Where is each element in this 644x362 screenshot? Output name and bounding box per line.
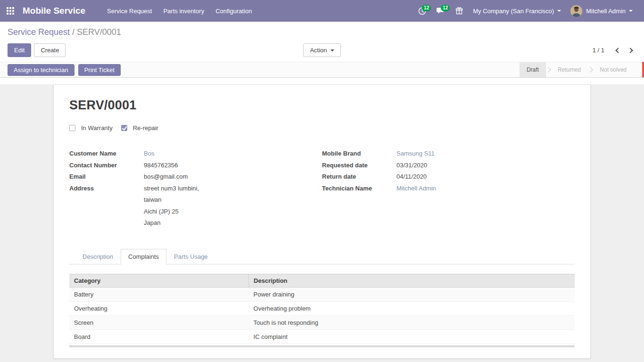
- email-value: bos@gmail.com: [144, 173, 188, 180]
- control-panel: Service Request / SERV/0001 Edit Create …: [0, 22, 644, 62]
- app-brand-title[interactable]: Mobile Service: [23, 6, 85, 16]
- return-date-value: 04/11/2020: [396, 173, 427, 180]
- field-address: Address street num3 lumbini, taiwan Aich…: [69, 185, 322, 226]
- action-dropdown-button[interactable]: Action: [303, 43, 340, 57]
- requested-date-value: 03/31/2020: [396, 162, 427, 169]
- statusbar-buttons: Assign to technician Print Ticket: [8, 64, 520, 76]
- complaints-table-container: Category Description Battery Power drain…: [69, 274, 575, 347]
- field-return-date: Return date 04/11/2020: [322, 173, 575, 180]
- systray: 12 12 My Company (San Franci: [413, 1, 637, 21]
- chevron-down-icon: [629, 10, 633, 12]
- customer-name-label: Customer Name: [69, 150, 144, 157]
- field-group-left: Customer Name Bos Contact Number 9845762…: [69, 150, 322, 231]
- record-title: SERV/0001: [69, 98, 575, 113]
- create-button[interactable]: Create: [34, 43, 66, 57]
- breadcrumb-parent-link[interactable]: Service Request: [8, 27, 70, 37]
- action-label: Action: [310, 47, 327, 54]
- menu-configuration[interactable]: Configuration: [210, 1, 257, 21]
- scrollbar-thumb[interactable]: [642, 62, 644, 77]
- form-view-background: SERV/0001 In Warranty Re-repair Customer…: [0, 84, 644, 362]
- re-repair-checkbox[interactable]: [121, 125, 127, 131]
- user-menu[interactable]: Mitchell Admin: [566, 1, 637, 21]
- breadcrumb-separator: /: [72, 27, 77, 37]
- status-step-not-solved[interactable]: Not solved: [593, 62, 634, 77]
- tab-parts-usage[interactable]: Parts Usage: [166, 249, 215, 264]
- pager-previous-button[interactable]: [612, 45, 624, 56]
- apps-grid-icon: [7, 7, 14, 15]
- messages-button[interactable]: 12: [431, 3, 450, 18]
- status-step-draft[interactable]: Draft: [520, 62, 546, 77]
- activities-button[interactable]: 12: [413, 3, 431, 19]
- field-email: Email bos@gmail.com: [69, 173, 322, 180]
- cell-category[interactable]: Battery: [69, 287, 249, 301]
- cell-category[interactable]: Board: [69, 329, 249, 344]
- cell-category[interactable]: Screen: [69, 315, 249, 329]
- requested-date-label: Requested date: [322, 162, 396, 169]
- cell-category[interactable]: Overheating: [69, 301, 249, 315]
- mobile-brand-value[interactable]: Samsung S11: [396, 150, 435, 157]
- return-date-label: Return date: [322, 173, 396, 180]
- user-avatar: [570, 5, 582, 17]
- menu-parts-inventory[interactable]: Parts inventory: [157, 1, 210, 21]
- tab-description[interactable]: Description: [75, 249, 121, 264]
- field-group-right: Mobile Brand Samsung S11 Requested date …: [322, 150, 575, 231]
- step-separator-icon: [545, 67, 551, 72]
- technician-name-label: Technician Name: [322, 185, 396, 192]
- activity-badge: 12: [422, 5, 431, 11]
- chevron-left-icon: [615, 48, 620, 53]
- main-menu: Service Request Parts inventory Configur…: [101, 1, 257, 21]
- boolean-fields-row: In Warranty Re-repair: [69, 124, 575, 132]
- field-groups: Customer Name Bos Contact Number 9845762…: [69, 150, 575, 231]
- apps-menu-button[interactable]: [0, 0, 21, 22]
- contact-number-label: Contact Number: [69, 162, 144, 169]
- email-label: Email: [69, 173, 144, 180]
- address-line-2: taiwan: [144, 197, 199, 203]
- re-repair-field[interactable]: Re-repair: [121, 124, 158, 132]
- breadcrumb: Service Request / SERV/0001: [8, 27, 636, 37]
- menu-service-request[interactable]: Service Request: [101, 1, 157, 21]
- form-sheet: SERV/0001 In Warranty Re-repair Customer…: [53, 84, 591, 359]
- table-header-row: Category Description: [69, 274, 575, 287]
- notebook-tabs: Description Complaints Parts Usage: [69, 249, 575, 264]
- statusbar: Assign to technician Print Ticket Draft …: [0, 62, 644, 78]
- field-requested-date: Requested date 03/31/2020: [322, 162, 575, 169]
- control-panel-buttons-row: Edit Create Action 1 / 1: [8, 43, 636, 57]
- column-header-category[interactable]: Category: [69, 274, 249, 287]
- cell-description[interactable]: Touch is not responding: [249, 315, 575, 329]
- address-line-3: Aichi (JP) 25: [144, 208, 199, 215]
- table-row-screen[interactable]: Screen Touch is not responding: [69, 315, 575, 329]
- re-repair-label: Re-repair: [133, 124, 158, 132]
- breadcrumb-current: SERV/0001: [77, 27, 121, 37]
- edit-button[interactable]: Edit: [8, 43, 31, 57]
- address-value: street num3 lumbini, taiwan Aichi (JP) 2…: [144, 185, 199, 226]
- tab-complaints[interactable]: Complaints: [121, 249, 166, 264]
- gift-button[interactable]: [450, 3, 468, 18]
- table-row-board[interactable]: Board IC complaint: [69, 329, 575, 344]
- top-navbar: Mobile Service Service Request Parts inv…: [0, 0, 644, 22]
- cell-description[interactable]: IC complaint: [249, 329, 575, 344]
- technician-name-value[interactable]: Mitchell Admin: [396, 185, 436, 192]
- column-header-description[interactable]: Description: [249, 274, 575, 287]
- field-mobile-brand: Mobile Brand Samsung S11: [322, 150, 575, 157]
- in-warranty-field[interactable]: In Warranty: [69, 124, 113, 132]
- field-technician-name: Technician Name Mitchell Admin: [322, 185, 575, 192]
- pager-counter: 1 / 1: [593, 47, 604, 54]
- table-row-battery[interactable]: Battery Power draining: [69, 287, 575, 301]
- address-line-1: street num3 lumbini,: [144, 185, 199, 192]
- cell-description[interactable]: Power draining: [249, 287, 575, 301]
- status-pipeline: Draft Returned Not solved: [520, 62, 634, 77]
- address-line-4: Japan: [144, 220, 199, 226]
- print-ticket-button[interactable]: Print Ticket: [78, 64, 121, 76]
- step-separator-icon: [588, 67, 593, 72]
- customer-name-value[interactable]: Bos: [144, 150, 154, 157]
- chevron-down-icon: [557, 10, 561, 12]
- user-name: Mitchell Admin: [586, 8, 626, 15]
- pager-next-button[interactable]: [624, 45, 636, 56]
- in-warranty-checkbox[interactable]: [69, 125, 75, 131]
- cell-description[interactable]: Overheating problem: [249, 301, 575, 315]
- company-switcher[interactable]: My Company (San Francisco): [468, 4, 566, 18]
- in-warranty-label: In Warranty: [81, 124, 113, 132]
- assign-to-technician-button[interactable]: Assign to technician: [8, 64, 74, 76]
- status-step-returned[interactable]: Returned: [551, 62, 588, 77]
- table-row-overheating[interactable]: Overheating Overheating problem: [69, 301, 575, 315]
